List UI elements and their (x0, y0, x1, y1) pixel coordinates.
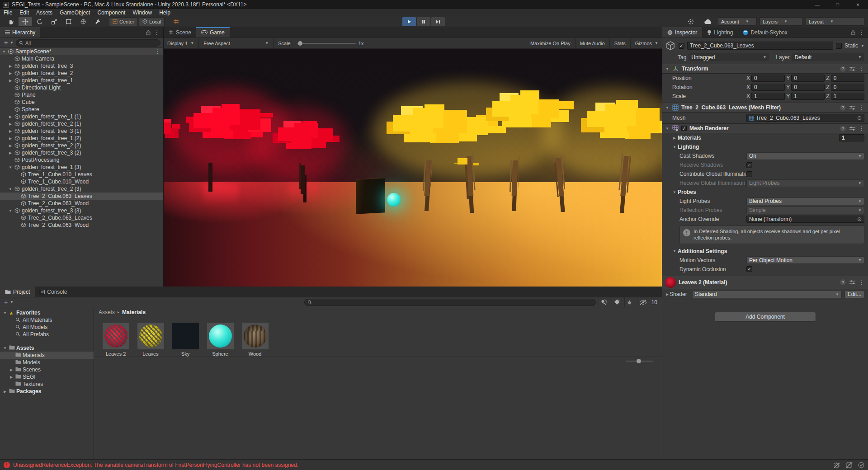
foldout-arrow-icon[interactable]: ▶ (8, 64, 13, 68)
foldout-arrow-icon[interactable]: ▶ (8, 144, 13, 148)
hierarchy-item-tree-2-cube-063-wood[interactable]: Tree_2_Cube.063_Wood (0, 221, 163, 229)
foldout-arrow-icon[interactable]: ▶ (9, 375, 14, 379)
foldout-arrow-icon[interactable]: ▶ (9, 368, 14, 372)
project-create-button[interactable]: ＋▼ (3, 298, 14, 306)
foldout-arrow-icon[interactable]: ▼ (672, 145, 677, 149)
rect-tool-button[interactable] (62, 17, 75, 26)
menu-edit[interactable]: Edit (16, 9, 33, 16)
dynamic-occlusion-checkbox[interactable]: ✓ (746, 266, 752, 272)
account-dropdown[interactable]: Account▼ (718, 17, 757, 26)
hierarchy-create-button[interactable]: ＋▼ (3, 39, 14, 47)
light-probes-dropdown[interactable]: Blend Probes▼ (746, 197, 864, 205)
background-tasks-icon[interactable] (858, 462, 864, 468)
materials-foldout[interactable]: Materials (678, 135, 701, 141)
hierarchy-item-tree-2-cube-063-wood[interactable]: Tree_2_Cube.063_Wood (0, 200, 163, 207)
step-button[interactable] (431, 17, 445, 26)
foldout-arrow-icon[interactable]: ▶ (672, 136, 677, 140)
scale-x-field[interactable]: 1 (751, 93, 785, 100)
layer-dropdown[interactable]: Default▼ (792, 53, 864, 61)
foldout-arrow-icon[interactable]: ▶ (8, 129, 13, 133)
foldout-arrow-icon[interactable]: ▶ (8, 79, 13, 83)
menu-help[interactable]: Help (156, 9, 174, 16)
thumbnail-size-slider-thumb[interactable] (637, 359, 641, 363)
hierarchy-item-golden-forest-tree-1-2[interactable]: ▶golden_forest_tree_1 (2) (0, 135, 163, 142)
hierarchy-item-tree-2-cube-063-leaves[interactable]: Tree_2_Cube.063_Leaves (0, 193, 163, 200)
hierarchy-item-sphere[interactable]: Sphere (0, 106, 163, 113)
tab-project[interactable]: Project (0, 287, 35, 297)
hierarchy-item-golden-forest-tree-2-2[interactable]: ▶golden_forest_tree_2 (2) (0, 142, 163, 149)
hierarchy-item-golden-forest-tree-2-1[interactable]: ▶golden_forest_tree_2 (1) (0, 120, 163, 127)
hierarchy-item-golden-forest-tree-2-3[interactable]: ▼golden_forest_tree_2 (3) (0, 185, 163, 193)
move-tool-button[interactable] (19, 17, 32, 26)
lighting-foldout[interactable]: Lighting (678, 144, 699, 150)
maximize-on-play-toggle[interactable]: Maximize On Play (527, 38, 574, 48)
hierarchy-item-golden-forest-tree-1-1[interactable]: ▶golden_forest_tree_1 (1) (0, 113, 163, 120)
renderer-enabled-checkbox[interactable]: ✓ (681, 126, 687, 131)
hierarchy-item-tree-1-cube-010-wood[interactable]: Tree_1_Cube.010_Wood (0, 178, 163, 185)
contribute-gi-checkbox[interactable] (746, 171, 752, 177)
help-icon[interactable]: ? (840, 66, 846, 72)
project-tree-item-packages[interactable]: ▶Packages (0, 388, 94, 395)
component-menu-icon[interactable]: ⋮ (859, 66, 864, 71)
foldout-arrow-icon[interactable]: ▼ (8, 165, 13, 169)
menu-window[interactable]: Window (129, 9, 156, 16)
tab-inspector[interactable]: Inspector (662, 27, 702, 38)
rotation-y-field[interactable]: 0 (791, 84, 825, 91)
menu-gameobject[interactable]: GameObject (56, 9, 94, 16)
transform-component-header[interactable]: ▼ Transform ? ⋮ (662, 64, 868, 74)
tab-lighting[interactable]: Lighting (702, 27, 738, 38)
tab-default-skybox[interactable]: Default-Skybox (738, 27, 792, 38)
layout-dropdown[interactable]: Layout▼ (806, 17, 864, 26)
console-error-message[interactable]: UnassignedReferenceException: The variab… (13, 462, 298, 468)
lock-icon[interactable] (851, 30, 855, 35)
foldout-arrow-icon[interactable]: ▶ (8, 151, 13, 155)
hierarchy-item-tree-2-cube-063-leaves[interactable]: Tree_2_Cube.063_Leaves (0, 214, 163, 221)
hierarchy-menu-icon[interactable]: ⋮ (154, 30, 160, 35)
scale-slider-thumb[interactable] (298, 41, 302, 46)
add-component-button[interactable]: Add Component (715, 312, 816, 322)
material-header[interactable]: Leaves 2 (Material) ? ⋮ (662, 276, 868, 289)
hierarchy-item-golden-forest-tree-1[interactable]: ▶golden_forest_tree_1 (0, 77, 163, 84)
foldout-arrow-icon[interactable]: ▼ (2, 50, 6, 54)
display-dropdown[interactable]: Display 1▼ (164, 38, 198, 48)
preset-icon[interactable] (849, 105, 855, 110)
scale-z-field[interactable]: 1 (831, 93, 864, 100)
game-viewport[interactable] (164, 49, 662, 287)
hierarchy-item-directional-light[interactable]: Directional Light (0, 84, 163, 91)
aspect-dropdown[interactable]: Free Aspect▼ (200, 38, 272, 48)
asset-sphere[interactable]: Sphere (207, 323, 234, 357)
foldout-arrow-icon[interactable]: ▶ (8, 122, 13, 126)
materials-count-field[interactable]: 1 (839, 134, 864, 141)
position-z-field[interactable]: 0 (831, 75, 864, 82)
component-menu-icon[interactable]: ⋮ (859, 280, 864, 285)
preset-icon[interactable] (849, 66, 855, 71)
mute-audio-toggle[interactable]: Mute Audio (576, 38, 609, 48)
hierarchy-item-golden-forest-tree-3-1[interactable]: ▶golden_forest_tree_3 (1) (0, 127, 163, 135)
help-icon[interactable]: ? (840, 126, 846, 132)
tab-scene[interactable]: Scene (164, 27, 196, 38)
search-by-type-icon[interactable] (601, 299, 607, 305)
foldout-arrow-icon[interactable]: ▼ (8, 209, 13, 213)
foldout-arrow-icon[interactable]: ▼ (3, 311, 7, 315)
asset-sky[interactable]: Sky (172, 323, 199, 357)
cloud-icon[interactable] (701, 17, 715, 26)
help-icon[interactable]: ? (840, 279, 846, 285)
project-tree-item-favorites[interactable]: ▼★Favorites (0, 309, 94, 316)
foldout-arrow-icon[interactable]: ▶ (3, 390, 7, 394)
foldout-arrow-icon[interactable]: ▼ (8, 187, 13, 191)
component-menu-icon[interactable]: ⋮ (859, 105, 864, 110)
tab-game[interactable]: Game (196, 27, 230, 38)
project-tree-item-all-prefabs[interactable]: All Prefabs (0, 331, 94, 338)
project-tree-item-models[interactable]: Models (0, 359, 94, 366)
hidden-packages-toggle[interactable]: 10 (637, 297, 659, 307)
position-y-field[interactable]: 0 (791, 75, 825, 82)
hierarchy-item-golden-forest-tree-2[interactable]: ▶golden_forest_tree_2 (0, 70, 163, 77)
grid-snapping-button[interactable] (169, 17, 183, 26)
collab-icon[interactable] (684, 17, 698, 26)
scale-y-field[interactable]: 1 (791, 93, 825, 100)
foldout-arrow-icon[interactable]: ▼ (665, 67, 670, 71)
object-picker-icon[interactable]: ⊙ (857, 115, 862, 121)
hierarchy-item-golden-forest-tree-1-3[interactable]: ▼golden_forest_tree_1 (3) (0, 164, 163, 171)
menu-component[interactable]: Component (94, 9, 129, 16)
static-checkbox[interactable] (836, 43, 842, 49)
